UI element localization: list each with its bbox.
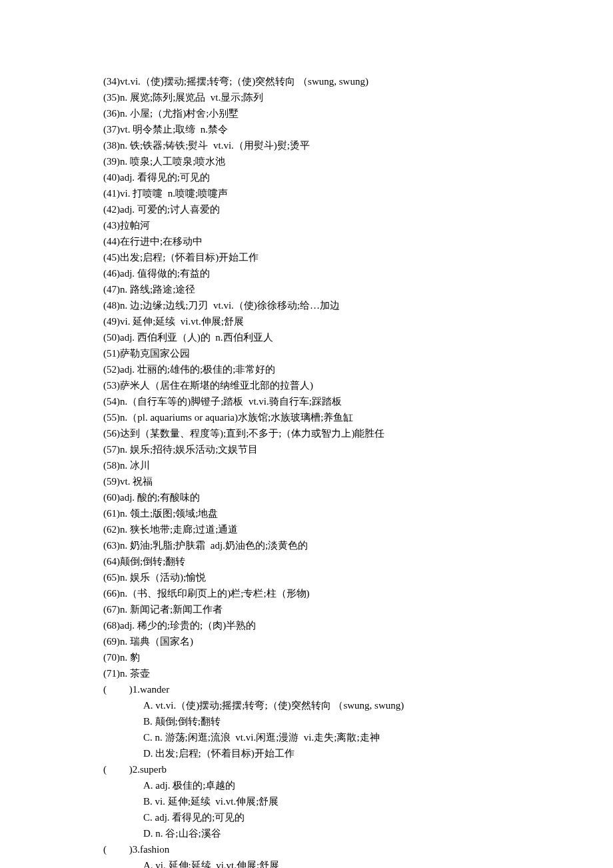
document-page: (34)vt.vi.（使)摆动;摇摆;转弯;（使)突然转向 （swung, sw… bbox=[0, 0, 613, 868]
definition-line: (68)adj. 稀少的;珍贵的;（肉)半熟的 bbox=[103, 617, 510, 633]
definition-line: (43)拉帕河 bbox=[103, 217, 510, 233]
question-option: D. 出发;启程;（怀着目标)开始工作 bbox=[103, 745, 510, 761]
definition-line: (64)颠倒;倒转;翻转 bbox=[103, 553, 510, 569]
definition-line: (42)adj. 可爱的;讨人喜爱的 bbox=[103, 201, 510, 217]
definition-line: (49)vi. 延伸;延续 vi.vt.伸展;舒展 bbox=[103, 313, 510, 329]
definition-line: (39)n. 喷泉;人工喷泉;喷水池 bbox=[103, 153, 510, 169]
definition-line: (61)n. 领土;版图;领域;地盘 bbox=[103, 505, 510, 521]
definition-line: (45)出发;启程;（怀着目标)开始工作 bbox=[103, 249, 510, 265]
definition-line: (40)adj. 看得见的;可见的 bbox=[103, 169, 510, 185]
definition-line: (52)adj. 壮丽的;雄伟的;极佳的;非常好的 bbox=[103, 361, 510, 377]
definitions-list: (34)vt.vi.（使)摆动;摇摆;转弯;（使)突然转向 （swung, sw… bbox=[103, 73, 510, 681]
definition-line: (37)vt. 明令禁止;取缔 n.禁令 bbox=[103, 121, 510, 137]
questions-list: ( )1.wanderA. vt.vi.（使)摆动;摇摆;转弯;（使)突然转向 … bbox=[103, 681, 510, 868]
definition-line: (54)n.（自行车等的)脚镫子;踏板 vt.vi.骑自行车;踩踏板 bbox=[103, 393, 510, 409]
definition-line: (47)n. 路线;路途;途径 bbox=[103, 281, 510, 297]
definition-line: (69)n. 瑞典（国家名) bbox=[103, 633, 510, 649]
definition-line: (71)n. 茶壶 bbox=[103, 665, 510, 681]
definition-line: (56)达到（某数量、程度等);直到;不多于;（体力或智力上)能胜任 bbox=[103, 425, 510, 441]
definition-line: (57)n. 娱乐;招待;娱乐活动;文娱节目 bbox=[103, 441, 510, 457]
definition-line: (66)n.（书、报纸印刷页上的)栏;专栏;柱（形物) bbox=[103, 585, 510, 601]
definition-line: (70)n. 豹 bbox=[103, 649, 510, 665]
question-option: B. vi. 延伸;延续 vi.vt.伸展;舒展 bbox=[103, 793, 510, 809]
question-line: ( )3.fashion bbox=[103, 841, 510, 857]
definition-line: (55)n.（pl. aquariums or aquaria)水族馆;水族玻璃… bbox=[103, 409, 510, 425]
definition-line: (50)adj. 西伯利亚（人)的 n.西伯利亚人 bbox=[103, 329, 510, 345]
definition-line: (48)n. 边;边缘;边线;刀刃 vt.vi.（使)徐徐移动;给…加边 bbox=[103, 297, 510, 313]
definition-line: (35)n. 展览;陈列;展览品 vt.显示;陈列 bbox=[103, 89, 510, 105]
definition-line: (46)adj. 值得做的;有益的 bbox=[103, 265, 510, 281]
definition-line: (62)n. 狭长地带;走廊;过道;通道 bbox=[103, 521, 510, 537]
definition-line: (34)vt.vi.（使)摆动;摇摆;转弯;（使)突然转向 （swung, sw… bbox=[103, 73, 510, 89]
definition-line: (58)n. 冰川 bbox=[103, 457, 510, 473]
definition-line: (60)adj. 酸的;有酸味的 bbox=[103, 489, 510, 505]
question-option: C. adj. 看得见的;可见的 bbox=[103, 809, 510, 825]
definition-line: (65)n. 娱乐（活动);愉悦 bbox=[103, 569, 510, 585]
definition-line: (51)萨勒克国家公园 bbox=[103, 345, 510, 361]
question-line: ( )1.wander bbox=[103, 681, 510, 697]
definition-line: (53)萨米人（居住在斯堪的纳维亚北部的拉普人) bbox=[103, 377, 510, 393]
question-line: ( )2.superb bbox=[103, 761, 510, 777]
question-option: A. adj. 极佳的;卓越的 bbox=[103, 777, 510, 793]
definition-line: (44)在行进中;在移动中 bbox=[103, 233, 510, 249]
question-option: B. 颠倒;倒转;翻转 bbox=[103, 713, 510, 729]
definition-line: (41)vi. 打喷嚏 n.喷嚏;喷嚏声 bbox=[103, 185, 510, 201]
definition-line: (67)n. 新闻记者;新闻工作者 bbox=[103, 601, 510, 617]
definition-line: (59)vt. 祝福 bbox=[103, 473, 510, 489]
question-option: D. n. 谷;山谷;溪谷 bbox=[103, 825, 510, 841]
definition-line: (38)n. 铁;铁器;铸铁;熨斗 vt.vi.（用熨斗)熨;烫平 bbox=[103, 137, 510, 153]
definition-line: (36)n. 小屋;（尤指)村舍;小别墅 bbox=[103, 105, 510, 121]
question-option: A. vi. 延伸;延续 vi.vt.伸展;舒展 bbox=[103, 857, 510, 868]
question-option: C. n. 游荡;闲逛;流浪 vt.vi.闲逛;漫游 vi.走失;离散;走神 bbox=[103, 729, 510, 745]
question-option: A. vt.vi.（使)摆动;摇摆;转弯;（使)突然转向 （swung, swu… bbox=[103, 697, 510, 713]
definition-line: (63)n. 奶油;乳脂;护肤霜 adj.奶油色的;淡黄色的 bbox=[103, 537, 510, 553]
